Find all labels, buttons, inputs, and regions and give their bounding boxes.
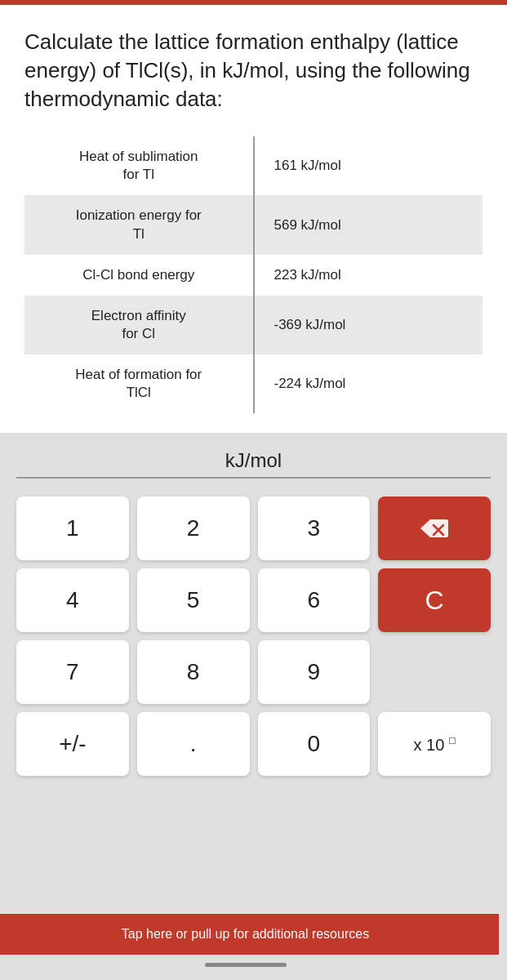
key-dot[interactable]: . — [137, 712, 250, 776]
resources-bar[interactable]: Tap here or pull up for additional resou… — [0, 914, 499, 955]
row-label-2: Ionization energy forTl — [24, 195, 254, 254]
key-7[interactable]: 7 — [16, 640, 129, 704]
row-value-3: 223 kJ/mol — [254, 255, 483, 296]
table-row: Ionization energy forTl 569 kJ/mol — [24, 195, 483, 254]
row-label-5: Heat of formation forTlCl — [24, 354, 254, 413]
problem-section: Calculate the lattice formation enthalpy… — [0, 5, 507, 433]
calculator-section: kJ/mol 1 2 3 4 5 6 C 7 8 9 +/- . 0 — [0, 433, 507, 980]
key-3[interactable]: 3 — [258, 497, 371, 560]
unit-display: kJ/mol — [225, 449, 282, 472]
keypad: 1 2 3 4 5 6 C 7 8 9 +/- . 0 x 10 □ — [16, 497, 491, 776]
empty-cell — [378, 640, 491, 704]
row-value-5: -224 kJ/mol — [254, 354, 483, 413]
key-6[interactable]: 6 — [258, 568, 371, 632]
row-label-3: Cl-Cl bond energy — [24, 255, 254, 296]
data-table: Heat of sublimationfor Tl 161 kJ/mol Ion… — [24, 136, 483, 413]
row-label-1: Heat of sublimationfor Tl — [24, 136, 254, 195]
row-value-2: 569 kJ/mol — [254, 195, 483, 254]
key-x10[interactable]: x 10 □ — [378, 712, 491, 776]
table-row: Heat of formation forTlCl -224 kJ/mol — [24, 354, 483, 413]
handle-bar — [205, 963, 287, 967]
problem-title: Calculate the lattice formation enthalpy… — [24, 28, 483, 114]
key-0[interactable]: 0 — [258, 712, 371, 776]
table-row: Cl-Cl bond energy 223 kJ/mol — [24, 255, 483, 296]
clear-button[interactable]: C — [378, 568, 491, 632]
key-9[interactable]: 9 — [258, 640, 371, 704]
row-label-4: Electron affinityfor Cl — [24, 296, 254, 354]
resources-label: Tap here or pull up for additional resou… — [122, 927, 369, 941]
key-4[interactable]: 4 — [16, 568, 129, 632]
key-1[interactable]: 1 — [16, 497, 129, 560]
answer-line — [16, 477, 491, 479]
row-value-4: -369 kJ/mol — [254, 296, 483, 354]
table-row: Heat of sublimationfor Tl 161 kJ/mol — [24, 136, 483, 195]
table-row: Electron affinityfor Cl -369 kJ/mol — [24, 296, 483, 354]
key-2[interactable]: 2 — [137, 497, 250, 560]
backspace-icon — [420, 517, 449, 540]
x10-label: x 10 □ — [414, 734, 456, 755]
bottom-handle — [0, 955, 499, 980]
key-8[interactable]: 8 — [137, 640, 250, 704]
row-value-1: 161 kJ/mol — [254, 136, 483, 195]
backspace-button[interactable] — [378, 497, 491, 560]
key-plus-minus[interactable]: +/- — [16, 712, 129, 776]
key-5[interactable]: 5 — [137, 568, 250, 632]
